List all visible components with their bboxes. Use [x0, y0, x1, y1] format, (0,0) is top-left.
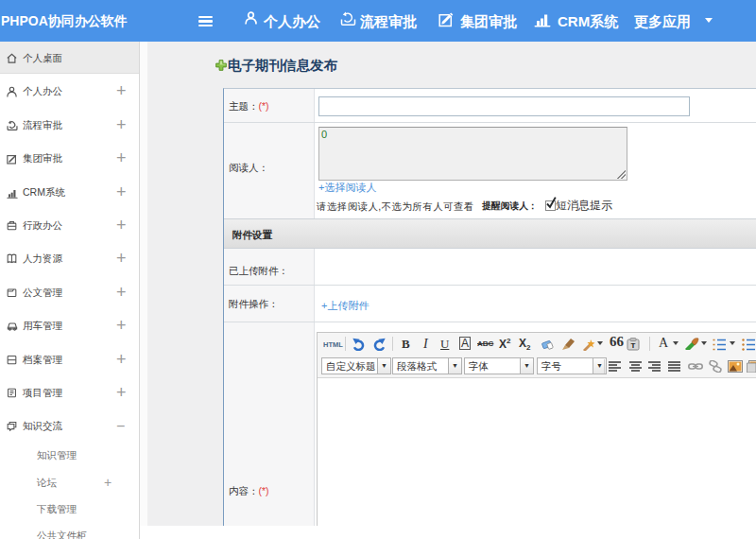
svg-text:T: T	[631, 341, 636, 350]
